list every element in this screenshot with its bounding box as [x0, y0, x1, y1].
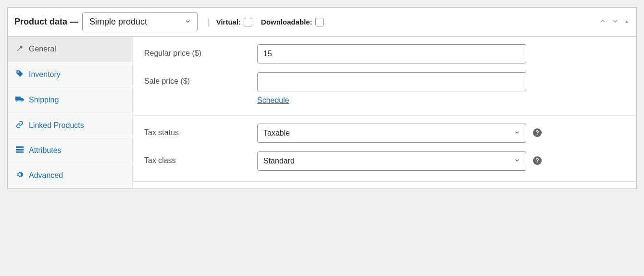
svg-rect-2	[16, 149, 24, 151]
tax-status-help: ?	[533, 124, 542, 137]
tab-inventory[interactable]: Inventory	[8, 62, 132, 88]
collapse-toggle-icon[interactable]	[624, 18, 630, 26]
panel-header: Product data — Simple product | Virtual:…	[8, 8, 636, 37]
sale-price-input[interactable]	[257, 72, 526, 91]
regular-price-row: Regular price ($)	[144, 44, 625, 63]
product-type-value: Simple product	[89, 17, 147, 27]
panel-body: General Inventory Shipping Linked Produc…	[8, 37, 636, 188]
pricing-section: Regular price ($) Sale price ($) Schedul…	[133, 37, 636, 116]
chevron-down-icon	[185, 18, 191, 26]
virtual-checkbox[interactable]	[244, 18, 252, 26]
tab-label: Inventory	[29, 70, 61, 79]
tax-class-help: ?	[533, 151, 542, 165]
tab-label: Attributes	[29, 146, 62, 155]
help-icon[interactable]: ?	[533, 156, 542, 165]
tax-section: Tax status Taxable ?	[133, 116, 636, 182]
virtual-toggle: Virtual:	[216, 18, 252, 26]
move-up-icon[interactable]	[599, 17, 607, 26]
downloadable-checkbox[interactable]	[315, 18, 324, 26]
panel-controls	[599, 17, 630, 26]
tax-class-value: Standard	[263, 157, 295, 165]
tab-shipping[interactable]: Shipping	[8, 88, 132, 113]
product-type-select[interactable]: Simple product	[82, 13, 198, 31]
svg-rect-1	[16, 146, 24, 148]
tab-attributes[interactable]: Attributes	[8, 138, 132, 163]
panel-title: Product data —	[14, 17, 78, 27]
sale-price-label: Sale price ($)	[144, 72, 257, 86]
tab-label: General	[29, 45, 56, 53]
tax-status-row: Tax status Taxable ?	[144, 124, 625, 143]
tax-status-label: Tax status	[144, 124, 257, 137]
tax-class-select[interactable]: Standard	[257, 151, 526, 171]
tag-icon	[15, 70, 24, 79]
move-down-icon[interactable]	[611, 17, 619, 26]
tax-class-label: Tax class	[144, 151, 257, 165]
svg-marker-0	[625, 20, 629, 23]
schedule-link[interactable]: Schedule	[257, 96, 289, 105]
tab-label: Linked Products	[29, 121, 84, 130]
tab-general[interactable]: General	[8, 37, 132, 62]
help-icon[interactable]: ?	[533, 128, 542, 137]
sale-price-row: Sale price ($) Schedule	[144, 72, 625, 105]
tab-label: Shipping	[29, 96, 59, 104]
tabs-sidebar: General Inventory Shipping Linked Produc…	[8, 37, 133, 188]
tab-linked-products[interactable]: Linked Products	[8, 113, 132, 138]
link-icon	[15, 121, 24, 130]
downloadable-label: Downloadable:	[261, 18, 312, 26]
tax-status-value: Taxable	[263, 129, 290, 137]
tax-class-row: Tax class Standard ?	[144, 151, 625, 171]
tab-content: Regular price ($) Sale price ($) Schedul…	[133, 37, 636, 188]
wrench-icon	[15, 44, 24, 54]
tax-status-select[interactable]: Taxable	[257, 124, 526, 143]
separator: |	[207, 17, 210, 27]
tab-advanced[interactable]: Advanced	[8, 163, 132, 188]
svg-rect-3	[16, 151, 24, 153]
product-type-toggles: Virtual: Downloadable:	[216, 18, 324, 26]
regular-price-input[interactable]	[257, 44, 526, 63]
cog-icon	[15, 171, 24, 180]
downloadable-toggle: Downloadable:	[261, 18, 324, 26]
list-icon	[15, 146, 24, 155]
product-data-panel: Product data — Simple product | Virtual:…	[7, 7, 637, 189]
virtual-label: Virtual:	[216, 18, 241, 26]
regular-price-label: Regular price ($)	[144, 44, 257, 58]
tab-label: Advanced	[29, 171, 63, 180]
truck-icon	[15, 95, 24, 105]
